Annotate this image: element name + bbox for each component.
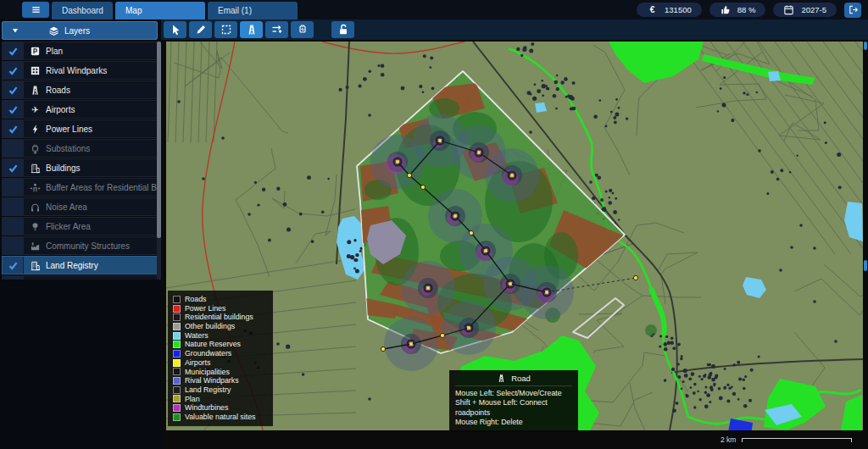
- date-badge: 2027-5: [773, 3, 837, 17]
- layer-checkbox-rival-windparks[interactable]: [3, 62, 24, 79]
- layers-icon: [48, 25, 59, 36]
- tool-power-line-button[interactable]: [265, 21, 288, 38]
- tool-lock-button[interactable]: [331, 21, 354, 38]
- layer-item-substations[interactable]: Substations: [2, 139, 158, 158]
- legend-item: Plan: [173, 395, 268, 404]
- layer-checkbox-roads[interactable]: [3, 81, 24, 98]
- status-badges: € 131500 88 % 2027-5: [637, 3, 868, 18]
- layer-item-power-lines[interactable]: Power Lines: [2, 119, 158, 138]
- community-structures-icon: [24, 241, 46, 252]
- tool-tooltip: Road Mouse Left: Select/Move/CreateShift…: [449, 370, 578, 432]
- tooltip-instructions: Mouse Left: Select/Move/CreateShift + Mo…: [455, 389, 572, 428]
- tab-dashboard[interactable]: Dashboard: [52, 2, 113, 19]
- collapse-caret-icon[interactable]: [3, 25, 28, 36]
- legend-label: Power Lines: [185, 304, 225, 313]
- roadpoint-marker[interactable]: [407, 173, 411, 177]
- layer-checkbox-airports[interactable]: [3, 101, 24, 118]
- legend-label: Plan: [185, 395, 200, 404]
- exit-button[interactable]: [844, 3, 861, 18]
- exit-icon: [848, 4, 859, 15]
- layer-item-buildings[interactable]: Buildings: [2, 158, 158, 177]
- money-value: 131500: [665, 5, 692, 14]
- layer-checkbox-municipalities[interactable]: [3, 276, 24, 280]
- legend-swatch: [173, 386, 181, 394]
- plan-icon: [24, 46, 46, 57]
- layer-checkbox-land-registry[interactable]: [3, 257, 24, 274]
- layers-panel: Layers PlanRival WindparksRoads✈Airports…: [0, 19, 161, 449]
- tab-map[interactable]: Map: [115, 2, 205, 19]
- svg-text:✈: ✈: [31, 105, 39, 114]
- roadpoint-marker[interactable]: [420, 185, 425, 189]
- tool-road-button[interactable]: [240, 21, 263, 38]
- land-registry-icon: [24, 260, 46, 271]
- layer-label: Airports: [46, 105, 157, 114]
- tool-cursor-button[interactable]: [164, 21, 186, 38]
- legend-swatch: [173, 341, 181, 348]
- roadpoint-marker[interactable]: [381, 346, 385, 351]
- layer-item-airports[interactable]: ✈Airports: [2, 100, 158, 119]
- layer-item-rival-windparks[interactable]: Rival Windparks: [2, 61, 158, 80]
- roadpoint-marker[interactable]: [633, 275, 637, 280]
- legend-swatch: [173, 359, 181, 367]
- money-badge: € 131500: [637, 3, 702, 17]
- layer-label: Buffer Areas for Residential Buildi: [46, 183, 157, 192]
- layer-item-flicker-area[interactable]: Flicker Area: [2, 217, 158, 236]
- layer-item-land-registry[interactable]: Land Registry: [2, 256, 158, 274]
- layer-checkbox-plan[interactable]: [3, 42, 24, 59]
- layer-item-buffer-areas[interactable]: Buffer Areas for Residential Buildi: [2, 178, 158, 197]
- tooltip-line: Shift + Mouse Left: Connect roadpoints: [455, 398, 572, 418]
- layer-checkbox-flicker-area[interactable]: [3, 218, 24, 235]
- legend-label: Land Registry: [185, 385, 231, 395]
- top-bar: Dashboard Map Email (1) € 131500 88 % 20…: [0, 0, 868, 19]
- legend-item: Rival Windparks: [173, 376, 268, 385]
- layer-checkbox-community-structures[interactable]: [3, 237, 24, 254]
- layer-checkbox-power-lines[interactable]: [3, 120, 24, 137]
- euro-icon: €: [647, 4, 658, 15]
- legend-label: Groundwaters: [185, 349, 231, 358]
- layer-item-noise-area[interactable]: Noise Area: [2, 197, 158, 216]
- layer-item-community-structures[interactable]: Community Structures: [2, 236, 158, 255]
- legend-label: Valuable natural sites: [185, 413, 255, 422]
- roadpoint-marker[interactable]: [469, 230, 473, 235]
- legend-swatch: [173, 305, 181, 313]
- layer-checkbox-buffer-areas[interactable]: [3, 179, 24, 196]
- legend-item: Power Lines: [173, 304, 268, 313]
- tool-draw-button[interactable]: [189, 21, 212, 38]
- tool-marquee-select-button[interactable]: [214, 21, 237, 38]
- legend-swatch: [173, 413, 181, 421]
- legend-item: Other buildings: [173, 322, 268, 331]
- layer-checkbox-substations[interactable]: [3, 140, 24, 157]
- legend-swatch: [173, 313, 181, 321]
- layer-checkbox-noise-area[interactable]: [3, 198, 24, 215]
- legend-label: Residential buildings: [185, 313, 253, 322]
- map-legend: RoadsPower LinesResidential buildingsOth…: [168, 291, 273, 426]
- layer-checkbox-buildings[interactable]: [3, 159, 24, 176]
- legend-swatch: [173, 296, 181, 303]
- tooltip-title: Road: [511, 374, 531, 383]
- hamburger-menu-button[interactable]: [22, 2, 49, 18]
- layer-item-roads[interactable]: Roads: [2, 80, 158, 99]
- legend-item: Airports: [173, 358, 268, 368]
- tab-email[interactable]: Email (1): [208, 2, 298, 19]
- legend-item: Valuable natural sites: [173, 413, 268, 422]
- legend-label: Other buildings: [185, 322, 235, 331]
- legend-item: Nature Reserves: [173, 340, 268, 349]
- hamburger-icon: [31, 4, 42, 15]
- roadpoint-marker[interactable]: [440, 333, 444, 337]
- layer-label: Flicker Area: [46, 222, 157, 231]
- legend-item: Land Registry: [173, 385, 268, 395]
- legend-swatch: [173, 332, 181, 340]
- draw-icon: [195, 24, 207, 36]
- layer-item-plan[interactable]: Plan: [2, 42, 158, 60]
- legend-item: Windturbines: [173, 403, 268, 413]
- legend-item: Roads: [173, 295, 268, 304]
- tooltip-line: Mouse Right: Delete: [455, 418, 572, 427]
- roads-icon: [24, 85, 46, 96]
- layer-label: Plan: [46, 47, 157, 56]
- map-edge-marker: [864, 260, 867, 271]
- legend-label: Waters: [185, 331, 209, 341]
- layer-item-municipalities[interactable]: Municipalities: [2, 275, 158, 280]
- tool-substation-button[interactable]: [291, 21, 314, 38]
- map-edge-marker: [864, 42, 867, 50]
- road-icon: [246, 24, 258, 36]
